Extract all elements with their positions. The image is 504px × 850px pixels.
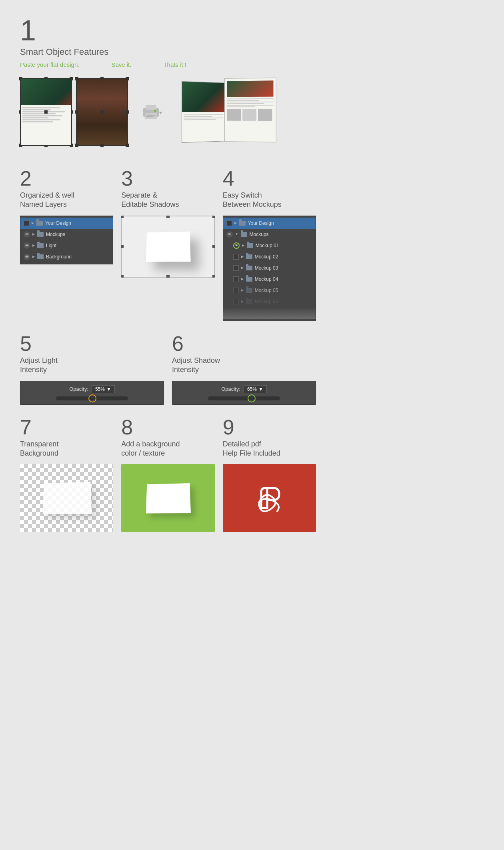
layer-eye[interactable]: 👁 xyxy=(226,231,233,238)
folder-icon xyxy=(246,254,252,259)
so-frame-1 xyxy=(20,78,72,146)
ext-layer-mockup04[interactable]: ▶ Mockup 04 xyxy=(223,274,316,285)
opacity-row-5: Opacity: 55% ▼ xyxy=(69,385,115,393)
printer-arrow xyxy=(140,103,162,121)
dropdown-arrow-5[interactable]: ▼ xyxy=(106,386,111,392)
layer-label: Light xyxy=(46,243,56,248)
printer-icon xyxy=(140,103,162,121)
label-done: Thats it ! xyxy=(163,61,186,68)
opacity-val-text-6: 65% xyxy=(247,386,257,392)
svg-rect-2 xyxy=(145,113,157,119)
features-grid-middle: 5 Adjust LightIntensity Opacity: 55% ▼ xyxy=(20,333,316,405)
folder-icon xyxy=(246,277,252,282)
svg-marker-6 xyxy=(159,112,162,114)
svg-rect-3 xyxy=(146,115,156,116)
smart-object-demo xyxy=(20,76,316,148)
layer-checkbox[interactable] xyxy=(24,220,29,226)
section-3-num: 3 xyxy=(121,168,214,189)
section-7-image xyxy=(20,464,113,532)
layer-checkbox[interactable] xyxy=(233,254,239,260)
section-9-title: Detailed pdfHelp File Included xyxy=(223,440,316,458)
transparent-card xyxy=(43,482,92,514)
layer-row-background[interactable]: 👁 ▶ Background xyxy=(20,251,113,262)
section-3-cell: 3 Separate &Editable Shadows xyxy=(121,168,214,321)
opacity-value-5: 55% ▼ xyxy=(92,385,115,393)
ext-layer-mockup05[interactable]: ▶ Mockup 05 xyxy=(223,285,316,296)
frame-img-1 xyxy=(21,79,71,145)
folder-icon xyxy=(246,299,252,304)
page: 1 Smart Object Features Paste your flat … xyxy=(0,0,336,548)
layer-row-mockups[interactable]: 👁 ▶ Mockups xyxy=(20,229,113,240)
section-2-num: 2 xyxy=(20,168,113,189)
active-eye[interactable]: 👁 xyxy=(233,242,240,249)
layer-eye[interactable]: 👁 xyxy=(24,231,30,238)
layer-checkbox[interactable] xyxy=(233,265,239,271)
opacity-value-6: 65% ▼ xyxy=(244,385,267,393)
layer-eye[interactable]: 👁 xyxy=(24,242,30,249)
opacity-label-5: Opacity: xyxy=(69,386,88,392)
layer-checkbox[interactable] xyxy=(233,288,239,293)
section-5-num: 5 xyxy=(20,333,164,354)
section-1-num: 1 xyxy=(20,16,316,45)
section-6-cell: 6 Adjust ShadowIntensity Opacity: 65% ▼ xyxy=(172,333,316,405)
dropdown-arrow-6[interactable]: ▼ xyxy=(258,386,263,392)
ext-layer-mockup02[interactable]: ▶ Mockup 02 xyxy=(223,251,316,262)
layer-label: Your Design xyxy=(45,220,71,226)
folder-icon xyxy=(246,266,252,270)
layer-row-your-design[interactable]: ▶ Your Design xyxy=(20,218,113,229)
section-8-num: 8 xyxy=(121,417,214,438)
layer-checkbox[interactable] xyxy=(233,299,239,304)
section-6-image: Opacity: 65% ▼ xyxy=(172,381,316,405)
ps-layers-ext-panel: ▶ Your Design 👁 ▼ Mockups 👁 ▶ xyxy=(223,216,316,321)
slider-track-5[interactable] xyxy=(56,396,128,400)
section-5-cell: 5 Adjust LightIntensity Opacity: 55% ▼ xyxy=(20,333,164,405)
section-2-image: ▶ Your Design 👁 ▶ Mockups 👁 ▶ L xyxy=(20,216,113,264)
svg-rect-1 xyxy=(146,105,156,110)
layer-arrow: ▶ xyxy=(242,244,244,247)
magazine-result xyxy=(174,76,278,148)
pdf-icon-box xyxy=(223,464,316,532)
section-8-image xyxy=(121,464,214,532)
section-6-num: 6 xyxy=(172,333,316,354)
section-8-title: Add a backgroundcolor / texture xyxy=(121,440,214,458)
layer-eye[interactable]: 👁 xyxy=(24,254,30,260)
section-6-title: Adjust ShadowIntensity xyxy=(172,356,316,375)
features-grid-bottom: 7 TransparentBackground 8 Add a backgrou… xyxy=(20,417,316,532)
layer-arrow: ▼ xyxy=(235,232,238,236)
layer-arrow: ▶ xyxy=(234,221,237,225)
layer-label: Mockup 01 xyxy=(256,243,279,248)
so-frames xyxy=(20,78,128,146)
slider-thumb-5[interactable] xyxy=(88,394,96,402)
section-2-cell: 2 Organized & wellNamed Layers ▶ Your De… xyxy=(20,168,113,321)
ext-layer-mockups[interactable]: 👁 ▼ Mockups xyxy=(223,229,316,240)
layer-label: Mockup 04 xyxy=(255,276,278,282)
section-9-cell: 9 Detailed pdfHelp File Included xyxy=(223,417,316,532)
ext-layer-mockup06[interactable]: ▶ Mockup 06 xyxy=(223,296,316,307)
layer-checkbox[interactable] xyxy=(233,276,239,282)
layer-row-light[interactable]: 👁 ▶ Light xyxy=(20,240,113,251)
section-1-labels: Paste your flat design. Save it. Thats i… xyxy=(20,61,316,68)
opacity-label-6: Opacity: xyxy=(221,386,240,392)
mag-right-page xyxy=(224,78,276,142)
section-3-title: Separate &Editable Shadows xyxy=(121,191,214,210)
layer-checkbox[interactable] xyxy=(226,220,232,226)
section-8-cell: 8 Add a backgroundcolor / texture xyxy=(121,417,214,532)
layer-label: Mockup 05 xyxy=(255,288,278,293)
layer-arrow: ▶ xyxy=(241,300,244,303)
folder-icon xyxy=(246,288,252,293)
layer-arrow: ▶ xyxy=(32,255,35,258)
slider-thumb-6[interactable] xyxy=(248,394,256,402)
opacity-row-6: Opacity: 65% ▼ xyxy=(221,385,267,393)
frame-img-overlay xyxy=(21,105,71,145)
section-1: 1 Smart Object Features Paste your flat … xyxy=(20,16,316,148)
section-4-image: ▶ Your Design 👁 ▼ Mockups 👁 ▶ xyxy=(223,216,316,321)
layer-arrow: ▶ xyxy=(241,255,244,258)
section-2-title: Organized & wellNamed Layers xyxy=(20,191,113,210)
slider-track-6[interactable] xyxy=(208,396,280,400)
frame-img-2 xyxy=(77,79,127,145)
layer-arrow: ▶ xyxy=(32,244,35,247)
features-grid-top: 2 Organized & wellNamed Layers ▶ Your De… xyxy=(20,168,316,321)
ext-layer-mockup03[interactable]: ▶ Mockup 03 xyxy=(223,262,316,274)
ext-layer-your-design[interactable]: ▶ Your Design xyxy=(223,218,316,229)
ext-layer-mockup01[interactable]: 👁 ▶ Mockup 01 xyxy=(223,240,316,251)
